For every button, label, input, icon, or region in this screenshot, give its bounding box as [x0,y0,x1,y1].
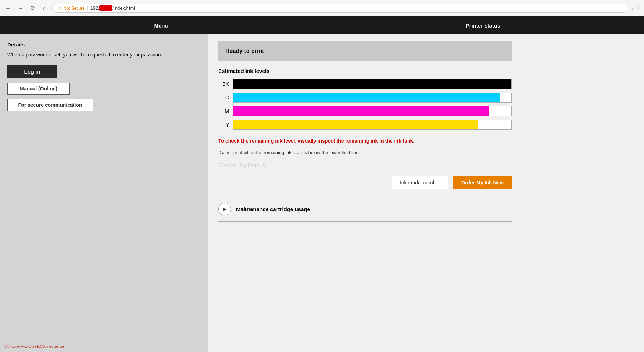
sidebar-footer: (c).http://www.ObjetsConnectes.be [4,344,64,348]
browser-chrome: ← → ⟳ ⌂ △ Not Secure | 192. /index.html … [0,0,644,16]
ink-row-bk: BK [218,79,512,89]
ink-note-text: Do not print when the remaining ink leve… [218,150,633,155]
reload-button[interactable]: ⟳ [28,4,37,13]
play-icon: ▶ [223,206,227,212]
warning-icon: △ [58,5,61,11]
status-text: Ready to print [225,48,264,54]
watermark-text: Created by Point S [218,162,633,169]
content-area: Ready to print Estimated ink levels BK C… [208,34,644,352]
main-layout: Details When a password is set, you will… [0,34,644,352]
forward-button[interactable]: → [16,4,25,13]
back-button[interactable]: ← [4,4,13,13]
url-text: 192. /index.html [90,5,135,11]
ink-label-bk: BK [218,81,233,87]
status-header[interactable]: Printer status [322,16,644,34]
ink-model-button[interactable]: Ink model number [392,176,448,189]
ink-bar-container-y [233,120,512,130]
maintenance-play-button[interactable]: ▶ [218,203,231,215]
ink-warning-text: To check the remaining ink level, visual… [218,137,504,145]
order-ink-button[interactable]: Order My Ink Now [453,176,512,189]
ink-row-c: C [218,93,512,103]
printer-status-box: Ready to print [218,41,512,61]
manual-button[interactable]: Manual (Online) [7,83,70,95]
app-header: Menu Printer status [0,16,644,34]
redacted-ip [99,5,113,11]
menu-header[interactable]: Menu [0,16,322,34]
ink-label-c: C [218,95,233,100]
ink-bar-y [233,120,478,129]
sidebar: Details When a password is set, you will… [0,34,208,352]
ink-label-m: M [218,108,233,114]
ink-bar-container-c [233,93,512,103]
ink-levels-title: Estimated ink levels [218,68,633,74]
secure-communication-button[interactable]: For secure communication [7,99,93,111]
divider-1 [218,197,512,197]
ink-bar-container-bk [233,79,512,89]
ink-levels-container: BK C M Y [218,79,512,130]
divider-2 [218,221,512,222]
home-button[interactable]: ⌂ [40,4,49,13]
sidebar-title: Details [7,41,200,48]
separator: | [87,5,88,11]
ink-row-y: Y [218,120,512,130]
ink-bar-c [233,93,500,102]
ink-label-y: Y [218,122,233,128]
action-buttons: Ink model number Order My Ink Now [218,176,512,189]
not-secure-label: Not Secure [63,6,85,11]
browser-extras: ☆ ⋮ [631,6,640,11]
maintenance-row: ▶ Maintenance cartridge usage [218,203,512,215]
login-button[interactable]: Log in [7,65,57,78]
ink-bar-bk [233,79,511,89]
sidebar-description: When a password is set, you will be requ… [7,51,200,59]
maintenance-label: Maintenance cartridge usage [236,206,310,212]
ink-bar-m [233,106,489,116]
ink-bar-container-m [233,106,512,116]
address-bar[interactable]: △ Not Secure | 192. /index.html [52,4,628,13]
ink-row-m: M [218,106,512,116]
